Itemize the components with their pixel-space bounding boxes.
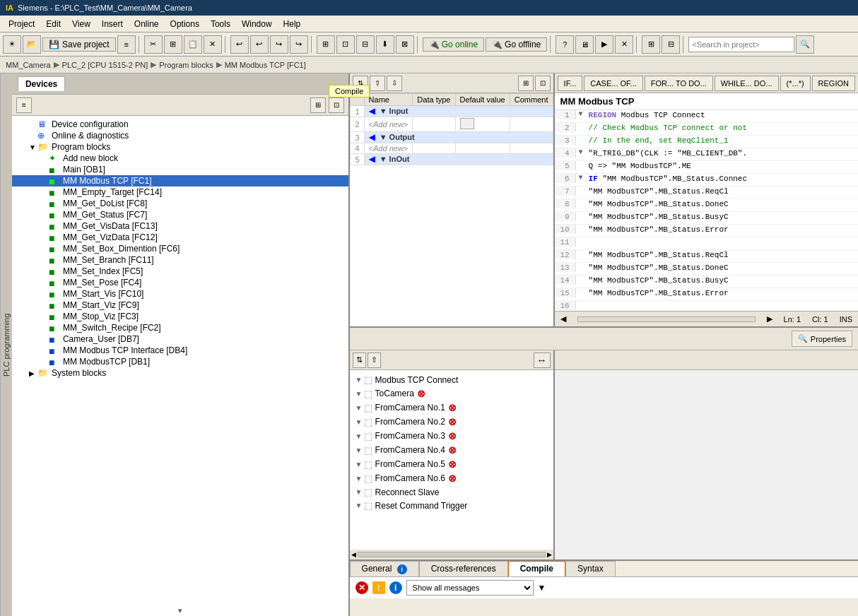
undo-button[interactable]: ↩ (230, 35, 249, 54)
network-item[interactable]: ▼ ⬚ FromCamera No.2 ⊗ (350, 415, 553, 429)
iface-btn-4[interactable]: ⊞ (518, 76, 534, 91)
tree-item-mm-set-branch[interactable]: ■ MM_Set_Branch [FC11] (12, 254, 348, 266)
tb-btn-d[interactable]: ⬇ (376, 35, 394, 54)
logic-btn-while[interactable]: WHILE... DO... (715, 76, 779, 91)
tree-item-online-diag[interactable]: ⊕ Online & diagnostics (12, 130, 348, 141)
sim-btn[interactable]: ▶ (595, 35, 613, 54)
tree-item-mm-modbus-iface-db4[interactable]: ■ MM Modbus TCP Interface [DB4] (12, 345, 348, 356)
menu-edit[interactable]: Edit (40, 18, 66, 30)
toolbar-btn-1[interactable]: ≡ (117, 35, 136, 54)
scroll-left-btn[interactable]: ◀ (560, 314, 566, 324)
menu-help[interactable]: Help (278, 18, 307, 30)
tb-btn-e[interactable]: ⊠ (396, 35, 414, 54)
network-item[interactable]: ▼ ⬚ Modbus TCP Connect (350, 373, 553, 386)
delete-button[interactable]: ✕ (204, 35, 222, 54)
tree-item-mm-set-box[interactable]: ■ MM_Set_Box_Dimention [FC6] (12, 243, 348, 254)
paste-button[interactable]: 📋 (184, 35, 202, 54)
menu-insert[interactable]: Insert (96, 18, 129, 30)
copy-button[interactable]: ⊞ (164, 35, 182, 54)
tree-toolbar-btn-3[interactable]: ⊡ (329, 97, 344, 113)
menu-view[interactable]: View (66, 18, 96, 30)
tree-item-mm-set-pose[interactable]: ■ MM_Set_Pose [FC4] (12, 277, 348, 288)
network-toolbar-btn-2[interactable]: ⇧ (368, 353, 381, 368)
search-button[interactable]: 🔍 (796, 35, 814, 54)
compile-tab-general[interactable]: General i (350, 561, 419, 576)
bc-item-0[interactable]: MM_Camera (6, 61, 51, 69)
cut-button[interactable]: ✂ (144, 35, 163, 54)
tb-grid2-btn[interactable]: ⊟ (662, 35, 680, 54)
tree-item-mm-get-dolist[interactable]: ■ MM_Get_DoList [FC8] (12, 198, 348, 209)
network-toolbar-btn-1[interactable]: ⇅ (353, 353, 366, 368)
tree-item-mm-get-visdata[interactable]: ■ MM_Get_VisData [FC13] (12, 220, 348, 232)
new-button[interactable]: ☀ (3, 35, 21, 54)
tree-item-device-config[interactable]: 🖥 Device configuration (12, 119, 348, 130)
undo2-button[interactable]: ↩ (250, 35, 269, 54)
tree-item-mm-stop-viz[interactable]: ■ MM_Stop_Viz [FC3] (12, 311, 348, 322)
compile-dropdown-arrow[interactable]: ▼ (538, 583, 546, 593)
tree-item-mm-modbus-tcp[interactable]: ■ MM Modbus TCP [FC1] (12, 175, 348, 186)
tree-item-mm-start-viz[interactable]: ■ MM_Start_Viz [FC9] (12, 300, 348, 311)
network-toggle-btn[interactable]: ↔ (534, 353, 551, 368)
network-item[interactable]: ▼ ⬚ Reconnect Slave (350, 485, 553, 499)
menu-online[interactable]: Online (129, 18, 165, 30)
logic-btn-if[interactable]: IF... (558, 76, 583, 91)
network-item[interactable]: ▼ ⬚ ToCamera ⊗ (350, 386, 553, 401)
compile-filter-select[interactable]: Show all messages (406, 580, 534, 596)
tree-toolbar-btn-1[interactable]: ≡ (16, 97, 32, 113)
tree-toolbar-btn-2[interactable]: ⊞ (310, 97, 326, 113)
go-offline-button[interactable]: 🔌 Go offline (486, 37, 547, 52)
bc-item-1[interactable]: PLC_2 [CPU 1515-2 PN] (62, 61, 148, 69)
network-item[interactable]: ▼ ⬚ FromCamera No.5 ⊗ (350, 457, 553, 471)
project-search-input[interactable] (688, 37, 794, 52)
compile-tab-crossref[interactable]: Cross-references (419, 561, 508, 576)
tree-item-program-blocks[interactable]: ▼ 📁 Program blocks (12, 141, 348, 153)
network-item[interactable]: ▼ ⬚ FromCamera No.6 ⊗ (350, 471, 553, 485)
add-new-input[interactable]: <Add new> (364, 117, 413, 132)
compile-tab-compile[interactable]: Compile (508, 561, 565, 576)
tree-item-mm-get-vizdata[interactable]: ■ MM_Get_VizData [FC12] (12, 232, 348, 243)
open-button[interactable]: 📂 (23, 35, 41, 54)
save-project-button[interactable]: 💾 Save project (42, 37, 116, 52)
tree-item-system-blocks[interactable]: ▶ 📁 System blocks (12, 367, 348, 379)
monitor-btn[interactable]: 🖥 (575, 35, 594, 54)
tree-item-mm-modbus-db1[interactable]: ■ MM ModbusTCP [DB1] (12, 356, 348, 367)
logic-btn-for[interactable]: FOR... TO DO... (645, 76, 713, 91)
tb-grid-btn[interactable]: ⊞ (642, 35, 660, 54)
tree-item-mm-start-vis[interactable]: ■ MM_Start_Vis [FC10] (12, 288, 348, 300)
network-item[interactable]: ▼ ⬚ FromCamera No.4 ⊗ (350, 443, 553, 457)
logic-btn-case[interactable]: CASE... OF... (584, 76, 642, 91)
tree-item-camera-user-db7[interactable]: ■ Camera_User [DB7] (12, 333, 348, 345)
tree-item-mm-empty-target[interactable]: ■ MM_Empty_Target [FC14] (12, 186, 348, 198)
bc-item-2[interactable]: Program blocks (159, 61, 213, 69)
close-online-btn[interactable]: ✕ (615, 35, 633, 54)
scroll-right[interactable]: ▶ (547, 551, 552, 558)
logic-btn-comment[interactable]: (*...*) (780, 76, 811, 91)
devices-tab[interactable]: Devices (18, 76, 65, 91)
logic-btn-region[interactable]: REGION (812, 76, 855, 91)
tb-btn-c[interactable]: ⊟ (356, 35, 375, 54)
redo-button[interactable]: ↪ (270, 35, 288, 54)
network-item[interactable]: ▼ ⬚ FromCamera No.1 ⊗ (350, 401, 553, 415)
scroll-left[interactable]: ◀ (351, 551, 356, 558)
tree-item-add-new-block[interactable]: ✦ Add new block (12, 153, 348, 164)
tree-item-mm-set-index[interactable]: ■ MM_Set_Index [FC5] (12, 266, 348, 277)
tree-item-main-ob1[interactable]: ■ Main [OB1] (12, 164, 348, 175)
network-item[interactable]: ▼ ⬚ Reset Command Trigger (350, 499, 553, 512)
bc-item-3[interactable]: MM Modbus TCP [FC1] (225, 61, 306, 69)
iface-btn-2[interactable]: ⇧ (370, 76, 385, 91)
tb-btn-a[interactable]: ⊞ (317, 35, 335, 54)
menu-project[interactable]: Project (3, 18, 40, 30)
add-new-output[interactable]: <Add new> (364, 143, 413, 154)
tree-item-mm-switch-recipe[interactable]: ■ MM_Switch_Recipe [FC2] (12, 322, 348, 333)
properties-button[interactable]: 🔍 Properties (792, 331, 852, 347)
network-item[interactable]: ▼ ⬚ FromCamera No.3 ⊗ (350, 429, 553, 443)
iface-btn-5[interactable]: ⊡ (535, 76, 551, 91)
tree-item-mm-get-status[interactable]: ■ MM_Get_Status [FC7] (12, 209, 348, 220)
help-btn[interactable]: ? (556, 35, 574, 54)
scroll-right-btn[interactable]: ▶ (767, 314, 772, 324)
menu-tools[interactable]: Tools (205, 18, 236, 30)
menu-options[interactable]: Options (165, 18, 205, 30)
go-online-button[interactable]: 🔌 Go online (423, 37, 484, 52)
plc-programming-tab[interactable]: PLC programming (0, 73, 12, 616)
tb-btn-b[interactable]: ⊡ (336, 35, 355, 54)
